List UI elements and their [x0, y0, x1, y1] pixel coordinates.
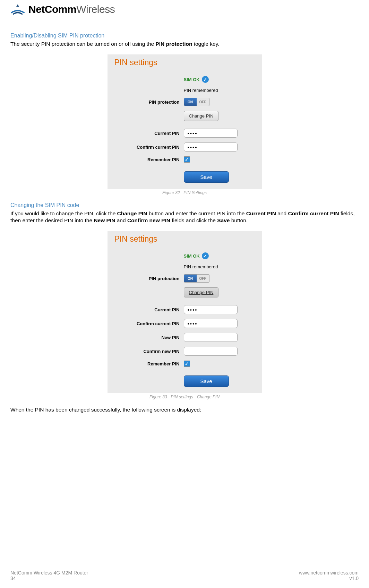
- confirm-new-pin-label: Confirm new PIN: [114, 349, 184, 354]
- footer-page-number: 34: [10, 576, 88, 581]
- page-footer: NetComm Wireless 4G M2M Router 34 www.ne…: [10, 567, 359, 581]
- figure-32-wrap: PIN settings SIM OK ✓ PIN remembered PIN…: [10, 54, 359, 189]
- footer-left: NetComm Wireless 4G M2M Router 34: [10, 570, 88, 581]
- pin-protection-toggle[interactable]: ON OFF: [184, 274, 209, 283]
- new-pin-label: New PIN: [114, 335, 184, 340]
- svg-marker-0: [16, 5, 19, 7]
- check-icon: ✓: [202, 76, 209, 83]
- footer-version: v1.0: [299, 576, 359, 581]
- section-title-changing: Changing the SIM PIN code: [10, 202, 359, 208]
- new-pin-input[interactable]: [184, 333, 238, 342]
- section2-text: If you would like to change the PIN, cli…: [10, 210, 359, 224]
- change-pin-row: Change PIN: [114, 287, 255, 297]
- pin-remembered-text: PIN remembered: [184, 264, 218, 269]
- current-pin-row: Current PIN ••••: [114, 305, 255, 314]
- toggle-on: ON: [184, 98, 197, 106]
- panel-title: PIN settings: [114, 58, 255, 67]
- sim-ok-row: SIM OK ✓: [114, 252, 255, 259]
- confirm-current-pin-row: Confirm current PIN ••••: [114, 319, 255, 328]
- pin-settings-panel-1: PIN settings SIM OK ✓ PIN remembered PIN…: [108, 54, 262, 189]
- change-pin-button[interactable]: Change PIN: [184, 111, 219, 121]
- text: toggle key.: [192, 41, 219, 47]
- panel-title: PIN settings: [114, 234, 255, 244]
- current-pin-label: Current PIN: [114, 307, 184, 312]
- toggle-off: OFF: [197, 275, 209, 282]
- current-pin-input[interactable]: ••••: [184, 305, 238, 314]
- confirm-current-pin-label: Confirm current PIN: [114, 145, 184, 150]
- remember-pin-row: Remember PIN ✓: [114, 361, 255, 367]
- footer-right: www.netcommwireless.com v1.0: [299, 570, 359, 581]
- confirm-new-pin-row: Confirm new PIN: [114, 347, 255, 356]
- pin-settings-panel-2: PIN settings SIM OK ✓ PIN remembered PIN…: [108, 231, 262, 393]
- new-pin-row: New PIN: [114, 333, 255, 342]
- confirm-current-pin-input[interactable]: ••••: [184, 319, 238, 328]
- figure-32-caption: Figure 32 - PIN Settings: [10, 190, 359, 195]
- pin-remembered-row: PIN remembered: [114, 264, 255, 269]
- sim-ok-label: SIM OK: [184, 253, 200, 259]
- section1-text: The security PIN protection can be turne…: [10, 41, 359, 47]
- section-title-enabling: Enabling/Disabling SIM PIN protection: [10, 33, 359, 39]
- pin-remembered-text: PIN remembered: [184, 88, 218, 93]
- confirm-new-pin-input[interactable]: [184, 347, 238, 356]
- pin-protection-toggle[interactable]: ON OFF: [184, 98, 209, 106]
- pin-remembered-row: PIN remembered: [114, 88, 255, 93]
- brand-light: Wireless: [76, 3, 115, 15]
- text-bold: PIN protection: [155, 41, 192, 47]
- confirm-current-pin-row: Confirm current PIN ••••: [114, 142, 255, 152]
- pin-protection-row: PIN protection ON OFF: [114, 98, 255, 106]
- current-pin-label: Current PIN: [114, 131, 184, 136]
- change-pin-button[interactable]: Change PIN: [184, 287, 219, 297]
- confirm-current-pin-input[interactable]: ••••: [184, 142, 238, 152]
- remember-pin-row: Remember PIN ✓: [114, 156, 255, 163]
- closing-text: When the PIN has been changed successful…: [10, 406, 359, 413]
- current-pin-input[interactable]: ••••: [184, 129, 238, 138]
- remember-pin-checkbox[interactable]: ✓: [184, 156, 190, 163]
- sim-ok-row: SIM OK ✓: [114, 76, 255, 83]
- text: The security PIN protection can be turne…: [10, 41, 155, 47]
- current-pin-row: Current PIN ••••: [114, 129, 255, 138]
- confirm-current-pin-label: Confirm current PIN: [114, 321, 184, 326]
- figure-33-caption: Figure 33 - PIN settings - Change PIN: [10, 395, 359, 399]
- footer-url: www.netcommwireless.com: [299, 570, 359, 576]
- toggle-on: ON: [184, 275, 197, 282]
- brand-text: NetCommWireless: [28, 3, 115, 15]
- save-button[interactable]: Save: [184, 171, 229, 183]
- toggle-off: OFF: [197, 98, 209, 106]
- save-button[interactable]: Save: [184, 375, 229, 387]
- pin-protection-label: PIN protection: [114, 100, 184, 105]
- change-pin-row: Change PIN: [114, 111, 255, 121]
- footer-product: NetComm Wireless 4G M2M Router: [10, 570, 88, 576]
- pin-protection-label: PIN protection: [114, 276, 184, 281]
- sim-ok-label: SIM OK: [184, 77, 200, 82]
- remember-pin-checkbox[interactable]: ✓: [184, 361, 190, 367]
- brand-bold: NetComm: [28, 3, 76, 15]
- remember-pin-label: Remember PIN: [114, 157, 184, 162]
- brand-header: NetCommWireless: [10, 3, 359, 15]
- check-icon: ✓: [202, 252, 209, 259]
- pin-protection-row: PIN protection ON OFF: [114, 274, 255, 283]
- remember-pin-label: Remember PIN: [114, 361, 184, 366]
- figure-33-wrap: PIN settings SIM OK ✓ PIN remembered PIN…: [10, 231, 359, 393]
- brand-logo-icon: [10, 3, 25, 15]
